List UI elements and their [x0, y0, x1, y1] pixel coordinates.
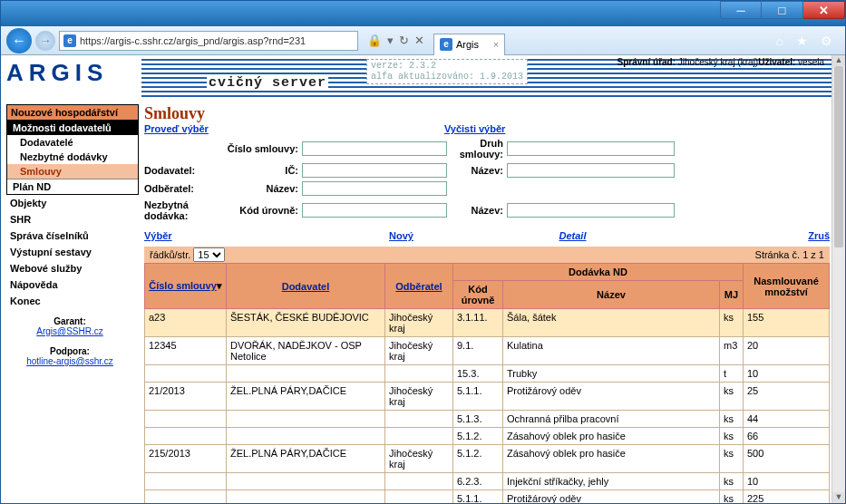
back-button[interactable]: ←: [6, 28, 32, 53]
address-bar[interactable]: e https://argis-c.sshr.cz/argis_pnd/argi…: [59, 31, 358, 51]
label-odberatel-nazev: Název:: [217, 183, 302, 194]
server-label: cvičný server: [207, 75, 328, 91]
sidebar-contacts: Garant: Argis@SSHR.cz Podpora: hotline-a…: [1, 309, 139, 373]
sidebar-item-webove[interactable]: Webové služby: [6, 260, 139, 276]
window-minimize-button[interactable]: ─: [720, 1, 762, 19]
podpora-mail-link[interactable]: hotline-argis@sshr.cz: [26, 356, 113, 366]
sidebar-item-vystupni[interactable]: Výstupní sestavy: [6, 244, 139, 260]
browser-tab[interactable]: e Argis ×: [433, 34, 505, 55]
table-row[interactable]: 215/2013ŽEL.PLNÁ PÁRY,DAČICEJihočeský kr…: [145, 445, 830, 473]
table-row[interactable]: 15.3.Trubkyt10: [145, 365, 830, 383]
table-cell: 5.1.3.: [453, 411, 503, 428]
input-kod-urovne[interactable]: [302, 203, 447, 218]
table-cell: [227, 428, 385, 445]
table-cell: [385, 473, 453, 490]
table-cell: ks: [720, 411, 744, 428]
table-cell: Zásahový oblek pro hasiče: [503, 428, 720, 445]
scroll-down-arrow[interactable]: ▼: [832, 492, 845, 503]
sidebar-item-dodavatele[interactable]: Dodavatelé: [7, 135, 138, 150]
sidebar-group-moznosti[interactable]: Možnosti dodavatelů: [7, 121, 138, 135]
scroll-thumb[interactable]: [834, 66, 843, 247]
input-dodavatel-nazev[interactable]: [507, 163, 675, 178]
table-cell: 25: [744, 383, 830, 411]
sidebar-item-plan-nd[interactable]: Plán ND: [7, 179, 138, 194]
table-cell: Jihočeský kraj: [385, 337, 453, 365]
sidebar-item-shr[interactable]: SHR: [6, 211, 139, 228]
tab-close-icon[interactable]: ×: [493, 39, 499, 50]
input-dodavatel-ic[interactable]: [302, 163, 447, 178]
table-cell: 5.1.2.: [453, 428, 503, 445]
action-vyber[interactable]: Výběr: [144, 230, 316, 241]
table-cell: 500: [744, 445, 830, 473]
table-row[interactable]: 6.2.3.Injekční stříkačky, jehlyks10: [145, 473, 830, 490]
th-mnozstvi: Nasmlouvané množství: [744, 264, 830, 309]
table-cell: m3: [720, 337, 744, 365]
dropdown-icon[interactable]: ▾: [387, 34, 394, 47]
page-title: Smlouvy: [144, 104, 830, 123]
tab-title: Argis: [456, 39, 479, 50]
input-nezbytna-nazev[interactable]: [507, 203, 675, 218]
table-cell: [385, 365, 453, 383]
table-row[interactable]: 5.1.1.Protižárový oděvks225: [145, 490, 830, 504]
label-nezbytna-nazev: Název:: [447, 205, 507, 216]
input-cislo-smlouvy[interactable]: [302, 141, 447, 156]
sidebar-item-smlouvy[interactable]: Smlouvy: [7, 164, 138, 179]
table-cell: 12345: [145, 337, 227, 365]
action-zrus[interactable]: Zruš: [658, 230, 830, 241]
ie-icon: e: [63, 34, 76, 47]
table-cell: Šála, šátek: [503, 309, 720, 337]
table-cell: ŠESTÁK, ČESKÉ BUDĚJOVIC: [227, 309, 385, 337]
window-titlebar: ─ □ ✕: [1, 1, 845, 26]
sidebar-item-sprava[interactable]: Správa číselníků: [6, 228, 139, 244]
rows-per-page-select[interactable]: 15: [193, 247, 225, 262]
pager-label: řádků/str.: [150, 249, 190, 260]
table-cell: 5.1.2.: [453, 445, 503, 473]
action-detail[interactable]: Detail: [487, 230, 658, 241]
th-nazev: Název: [503, 281, 720, 309]
table-cell: 66: [744, 428, 830, 445]
link-vycisti-vyber[interactable]: Vyčisti výběr: [444, 123, 505, 134]
input-druh-smlouvy[interactable]: [507, 141, 675, 156]
sidebar-item-nezbytne[interactable]: Nezbytné dodávky: [7, 150, 138, 164]
forward-button[interactable]: →: [35, 31, 55, 51]
refresh-icon[interactable]: ↻: [399, 34, 409, 47]
th-odberatel[interactable]: Odběratel: [395, 281, 442, 292]
table-cell: 10: [744, 365, 830, 383]
tools-icon[interactable]: ⚙: [821, 34, 832, 48]
garant-mail-link[interactable]: Argis@SSHR.cz: [36, 326, 103, 336]
label-ic: IČ:: [217, 165, 302, 176]
favorites-icon[interactable]: ★: [796, 34, 808, 48]
table-row[interactable]: 5.1.2.Zásahový oblek pro hasičeks66: [145, 428, 830, 445]
ie-icon: e: [440, 38, 452, 51]
stop-icon[interactable]: ✕: [414, 34, 424, 47]
window-close-button[interactable]: ✕: [803, 1, 845, 19]
home-icon[interactable]: ⌂: [776, 34, 783, 48]
sidebar-item-objekty[interactable]: Objekty: [6, 195, 139, 211]
table-cell: [227, 365, 385, 383]
address-icons: 🔒 ▾ ↻ ✕: [362, 34, 430, 47]
table-row[interactable]: 5.1.3.Ochranná přilba pracovníks44: [145, 411, 830, 428]
table-cell: Trubky: [503, 365, 720, 383]
table-row[interactable]: a23ŠESTÁK, ČESKÉ BUDĚJOVICJihočeský kraj…: [145, 309, 830, 337]
sidebar-group-nouzove[interactable]: Nouzové hospodářství: [7, 105, 138, 121]
table-cell: 5.1.1.: [453, 383, 503, 411]
table-cell: 21/2013: [145, 383, 227, 411]
sidebar-item-napoveda[interactable]: Nápověda: [6, 276, 139, 293]
table-row[interactable]: 12345DVOŘÁK, NADĚJKOV - OSP NetoliceJiho…: [145, 337, 830, 365]
action-novy[interactable]: Nový: [316, 230, 487, 241]
table-cell: Jihočeský kraj: [385, 445, 453, 473]
th-dodavatel[interactable]: Dodavatel: [282, 281, 330, 292]
vertical-scrollbar[interactable]: ▲ ▼: [831, 55, 845, 503]
th-cislo-smlouvy[interactable]: Číslo smlouvy: [149, 280, 217, 291]
sidebar-item-konec[interactable]: Konec: [6, 293, 139, 309]
table-row[interactable]: 21/2013ŽEL.PLNÁ PÁRY,DAČICEJihočeský kra…: [145, 383, 830, 411]
sidebar-secondary: Objekty SHR Správa číselníků Výstupní se…: [6, 195, 139, 309]
window-maximize-button[interactable]: □: [762, 1, 803, 19]
table-cell: ŽEL.PLNÁ PÁRY,DAČICE: [227, 445, 385, 473]
scroll-up-arrow[interactable]: ▲: [832, 55, 845, 66]
link-proved-vyber[interactable]: Proveď výběr: [144, 123, 209, 134]
input-odberatel-nazev[interactable]: [302, 181, 447, 196]
table-cell: 225: [744, 490, 830, 504]
url-text: https://argis-c.sshr.cz/argis_pnd/argis.…: [80, 35, 306, 46]
table-cell: 20: [744, 337, 830, 365]
